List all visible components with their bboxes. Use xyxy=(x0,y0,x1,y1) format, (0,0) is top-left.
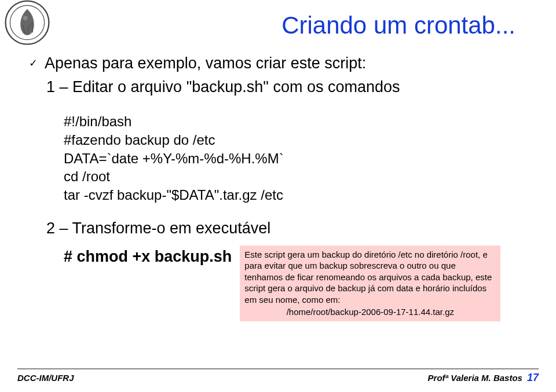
shell-script-code: #!/bin/bash #fazendo backup do /etc DATA… xyxy=(64,112,527,204)
footer-divider xyxy=(17,368,539,369)
footer-author: Profª Valeria M. Bastos xyxy=(428,373,522,383)
slide-footer: DCC-IM/UFRJ Profª Valeria M. Bastos 17 xyxy=(0,368,556,384)
step-1-text: 1 – Editar o arquivo "backup.sh" com os … xyxy=(46,77,527,97)
code-line: tar -cvzf backup-"$DATA".tar.gz /etc xyxy=(64,186,527,204)
note-path: /home/root/backup-2006-09-17-11.44.tar.g… xyxy=(244,306,496,318)
chmod-command: # chmod +x backup.sh xyxy=(64,248,232,266)
footer-left: DCC-IM/UFRJ xyxy=(17,373,74,383)
code-line: #!/bin/bash xyxy=(64,112,527,131)
step-2-text: 2 – Transforme-o em executável xyxy=(46,219,527,237)
check-icon: ✓ xyxy=(29,57,38,69)
code-line: #fazendo backup do /etc xyxy=(64,131,527,149)
page-number: 17 xyxy=(527,372,539,384)
bullet-intro: Apenas para exemplo, vamos criar este sc… xyxy=(45,53,366,74)
note-text: Este script gera um backup do diretório … xyxy=(244,249,496,306)
code-line: cd /root xyxy=(64,167,527,186)
code-line: DATA=`date +%Y-%m-%d-%H.%M` xyxy=(64,149,527,168)
explanation-note: Este script gera um backup do diretório … xyxy=(240,246,500,321)
slide-title: Criando um crontab... xyxy=(29,12,527,39)
